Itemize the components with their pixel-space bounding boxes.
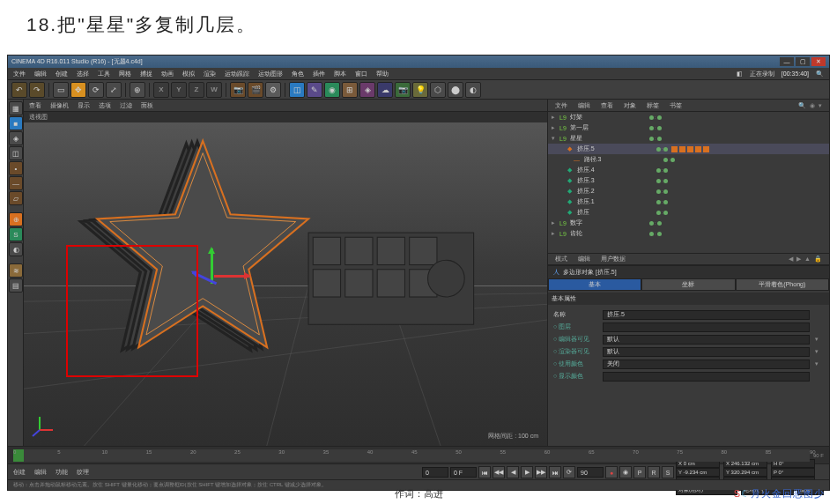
gizmo-x-axis[interactable] xyxy=(214,275,249,278)
obj-tab-view[interactable]: 查看 xyxy=(601,101,613,110)
autokey-button[interactable]: ◉ xyxy=(619,466,632,478)
obj-tab-edit[interactable]: 编辑 xyxy=(578,101,590,110)
mode-poly[interactable]: ▱ xyxy=(9,191,23,205)
loop-button[interactable]: ⟳ xyxy=(563,466,575,478)
mode-point[interactable]: • xyxy=(9,161,23,175)
obj-tab-bookmark[interactable]: 书签 xyxy=(670,101,682,110)
attr-input[interactable] xyxy=(603,372,810,382)
mode-model[interactable]: ▦ xyxy=(9,101,23,115)
eye-icon[interactable]: ◉ xyxy=(810,102,815,109)
attr-tab-basic[interactable]: 基本 xyxy=(548,278,641,291)
axis-x[interactable]: X xyxy=(153,82,169,98)
gizmo-y-axis[interactable] xyxy=(211,248,213,284)
display-tab[interactable]: 显示 xyxy=(78,101,90,110)
menu-character[interactable]: 角色 xyxy=(292,70,304,78)
end-frame-input[interactable]: 90 xyxy=(577,467,604,478)
object-row[interactable]: ▸L9第一层: xyxy=(548,122,829,133)
light-tool[interactable]: 💡 xyxy=(412,82,428,98)
camera-tab[interactable]: 摄像机 xyxy=(50,101,69,110)
attr-tab-coord[interactable]: 坐标 xyxy=(641,278,735,291)
attr-tab-phong[interactable]: 平滑着色(Phong) xyxy=(736,278,829,291)
close-button[interactable]: ✕ xyxy=(811,57,826,66)
attr-tab-edit[interactable]: 编辑 xyxy=(578,255,590,263)
fwd-icon[interactable]: ▶ xyxy=(796,256,801,263)
undo-button[interactable]: ↶ xyxy=(11,82,27,98)
axis-w[interactable]: W xyxy=(206,82,222,98)
start-frame-input[interactable]: 0 xyxy=(422,467,448,478)
timeline-track[interactable]: 051015202530354045505560657075808590 xyxy=(13,449,810,462)
key-s[interactable]: S xyxy=(662,466,674,478)
goto-start[interactable]: ⏮ xyxy=(478,466,491,478)
array-tool[interactable]: ⊞ xyxy=(342,82,358,98)
play-back[interactable]: ◀ xyxy=(507,466,519,478)
menu-mesh[interactable]: 网格 xyxy=(119,70,131,78)
menu-script[interactable]: 脚本 xyxy=(334,70,346,78)
maximize-button[interactable]: ▢ xyxy=(796,57,810,66)
back-icon[interactable]: ◀ xyxy=(789,256,793,263)
mat-tab-create[interactable]: 创建 xyxy=(13,468,26,477)
menu-plugin[interactable]: 插件 xyxy=(313,70,325,78)
up-icon[interactable]: ▲ xyxy=(804,256,811,263)
obj-tab-tags[interactable]: 标签 xyxy=(647,101,659,110)
lock-icon[interactable]: 🔒 xyxy=(814,256,822,263)
search-icon[interactable]: 🔍 xyxy=(798,102,806,109)
deformer-tool[interactable]: ◈ xyxy=(359,82,375,98)
menu-edit[interactable]: 编辑 xyxy=(34,70,47,78)
attr-input[interactable]: 默认 xyxy=(603,347,810,357)
object-row[interactable]: —路径.3: xyxy=(548,154,829,165)
attr-input[interactable]: 关闭 xyxy=(603,359,810,369)
menu-select[interactable]: 选择 xyxy=(77,70,89,78)
record-button[interactable]: ● xyxy=(605,466,618,478)
mat-tab-tex[interactable]: 纹理 xyxy=(77,468,89,477)
minimize-button[interactable]: — xyxy=(780,57,794,66)
search-icon[interactable]: 🔍 xyxy=(816,70,824,78)
misc-btn-a[interactable]: ⬡ xyxy=(430,82,446,98)
redo-button[interactable]: ↷ xyxy=(29,82,45,98)
view-tab[interactable]: 查看 xyxy=(29,101,41,110)
step-forward[interactable]: ▶▶ xyxy=(535,466,547,478)
viewport-solo[interactable]: ▤ xyxy=(9,278,23,293)
key-p[interactable]: P xyxy=(633,466,646,478)
key-r[interactable]: R xyxy=(648,466,660,478)
obj-tab-objects[interactable]: 对象 xyxy=(624,101,636,110)
scale-tool[interactable]: ⤢ xyxy=(106,82,122,98)
panel-tab[interactable]: 面板 xyxy=(141,101,153,110)
nurbs-tool[interactable]: ◉ xyxy=(324,82,340,98)
soft-select[interactable]: ≋ xyxy=(9,263,23,278)
render-btn-2[interactable]: 🎬 xyxy=(248,82,263,98)
axis-z[interactable]: Z xyxy=(189,82,204,98)
menu-tool[interactable]: 工具 xyxy=(98,70,110,78)
menu-simulate[interactable]: 模拟 xyxy=(182,70,195,78)
attr-tab-mode[interactable]: 模式 xyxy=(555,255,567,263)
attr-input[interactable] xyxy=(603,322,810,332)
options-tab[interactable]: 选项 xyxy=(99,101,111,110)
object-row[interactable]: ◆挤压.4: xyxy=(548,165,829,175)
axis-y[interactable]: Y xyxy=(171,82,187,98)
object-row[interactable]: ◆挤压: xyxy=(548,207,829,218)
mode-edge[interactable]: — xyxy=(9,176,23,190)
misc-tool-1[interactable]: ⊕ xyxy=(130,82,145,98)
play-forward[interactable]: ▶ xyxy=(521,466,533,478)
filter-icon[interactable]: ▾ xyxy=(818,102,822,109)
menu-help[interactable]: 帮助 xyxy=(376,70,389,78)
object-row[interactable]: ◆挤压.1: xyxy=(548,196,829,207)
misc-btn-b[interactable]: ⬤ xyxy=(448,82,463,98)
misc-btn-c[interactable]: ◐ xyxy=(465,82,481,98)
layout-icon[interactable]: ◧ xyxy=(737,70,743,78)
menu-file[interactable]: 文件 xyxy=(13,70,26,78)
attr-input[interactable]: 默认 xyxy=(603,335,810,345)
object-row[interactable]: ◆挤压.3: xyxy=(548,175,829,186)
object-row[interactable]: ▾L9星星: xyxy=(548,133,829,144)
menu-window[interactable]: 窗口 xyxy=(355,70,367,78)
object-row[interactable]: ◆挤压.5: xyxy=(548,144,829,154)
tweak-mode[interactable]: S xyxy=(9,227,23,241)
object-row[interactable]: ▸L9灯架: xyxy=(548,112,829,122)
mat-tab-func[interactable]: 功能 xyxy=(56,468,68,477)
attr-tab-user[interactable]: 用户数据 xyxy=(601,255,626,263)
snap-toggle[interactable]: ◐ xyxy=(9,242,23,256)
menu-create[interactable]: 创建 xyxy=(56,70,68,78)
spline-tool[interactable]: ✎ xyxy=(307,82,322,98)
menu-animate[interactable]: 动画 xyxy=(161,70,174,78)
obj-tab-file[interactable]: 文件 xyxy=(555,101,567,110)
attr-input[interactable]: 挤压.5 xyxy=(603,310,810,320)
